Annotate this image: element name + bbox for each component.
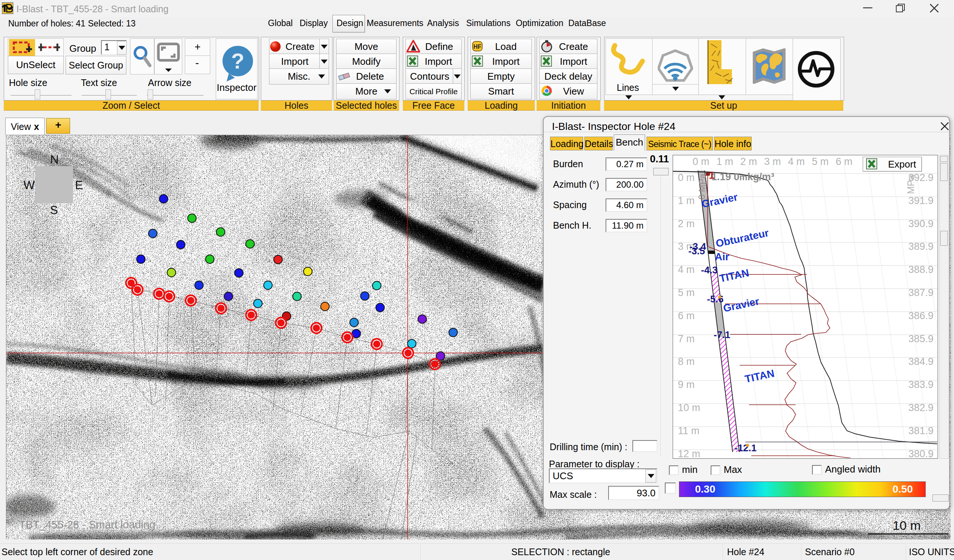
svg-text:9 m: 9 m: [678, 379, 695, 390]
svg-text:387.9: 387.9: [908, 287, 934, 298]
svg-text:4 m: 4 m: [678, 264, 695, 275]
svg-text:Gravier: Gravier: [722, 295, 760, 314]
svg-text:380.9: 380.9: [908, 448, 934, 459]
svg-text:11 m: 11 m: [678, 425, 700, 436]
svg-text:7 m: 7 m: [678, 333, 695, 344]
svg-text:?: ?: [231, 49, 244, 73]
svg-text:2 m: 2 m: [740, 156, 757, 167]
svg-text:-12.1: -12.1: [734, 442, 756, 454]
svg-text:384.9: 384.9: [908, 356, 934, 367]
svg-text:5 m: 5 m: [678, 287, 695, 298]
svg-text:390.9: 390.9: [908, 218, 934, 229]
svg-text:1 m: 1 m: [716, 156, 733, 167]
svg-text:381.9: 381.9: [908, 425, 934, 436]
svg-text:6 m: 6 m: [836, 156, 852, 167]
svg-text:388.9: 388.9: [908, 264, 934, 275]
svg-text:-5.6: -5.6: [707, 293, 724, 305]
svg-text:2 m: 2 m: [678, 218, 695, 229]
svg-text:N: N: [50, 152, 59, 166]
svg-text:12 m: 12 m: [678, 448, 700, 459]
svg-text:1: 1: [709, 170, 715, 181]
svg-text:1.19 0mkg/m³: 1.19 0mkg/m³: [711, 171, 774, 182]
svg-text:383.9: 383.9: [908, 379, 934, 390]
svg-text:386.9: 386.9: [908, 310, 934, 321]
svg-text:1 m: 1 m: [678, 195, 695, 206]
svg-text:391.9: 391.9: [908, 195, 934, 206]
svg-text:-7.1: -7.1: [714, 329, 730, 340]
svg-text:Inspector: Inspector: [217, 82, 257, 93]
svg-text:0 m: 0 m: [692, 156, 709, 167]
svg-text:S: S: [50, 203, 58, 217]
svg-text:-4.3: -4.3: [701, 264, 718, 275]
svg-text:TBT_455-28 - Smart loading: TBT_455-28 - Smart loading: [19, 519, 155, 530]
svg-text:TITAN: TITAN: [744, 367, 775, 385]
svg-text:389.9: 389.9: [908, 241, 934, 252]
svg-text:W: W: [23, 178, 35, 192]
svg-text:0 m: 0 m: [678, 172, 695, 183]
svg-text:6 m: 6 m: [678, 310, 695, 321]
svg-text:382.9: 382.9: [908, 402, 934, 413]
svg-text:HF: HF: [473, 44, 482, 50]
svg-text:0 MPa: 0 MPa: [697, 173, 707, 199]
svg-text:E: E: [75, 178, 83, 192]
svg-text:10 m: 10 m: [893, 518, 921, 532]
svg-text:385.9: 385.9: [908, 333, 934, 344]
svg-text:Obturateur: Obturateur: [715, 227, 770, 249]
svg-text:4 m: 4 m: [788, 156, 804, 167]
svg-text:3 m: 3 m: [764, 156, 781, 167]
svg-text:8 m: 8 m: [678, 356, 695, 367]
svg-text:MPa: MPa: [906, 175, 916, 194]
svg-text:5 m: 5 m: [812, 156, 828, 167]
svg-text:10 m: 10 m: [678, 402, 700, 413]
svg-text:-3.5: -3.5: [688, 245, 705, 257]
svg-text:TITAN: TITAN: [719, 267, 750, 285]
svg-text:Air: Air: [715, 251, 729, 263]
